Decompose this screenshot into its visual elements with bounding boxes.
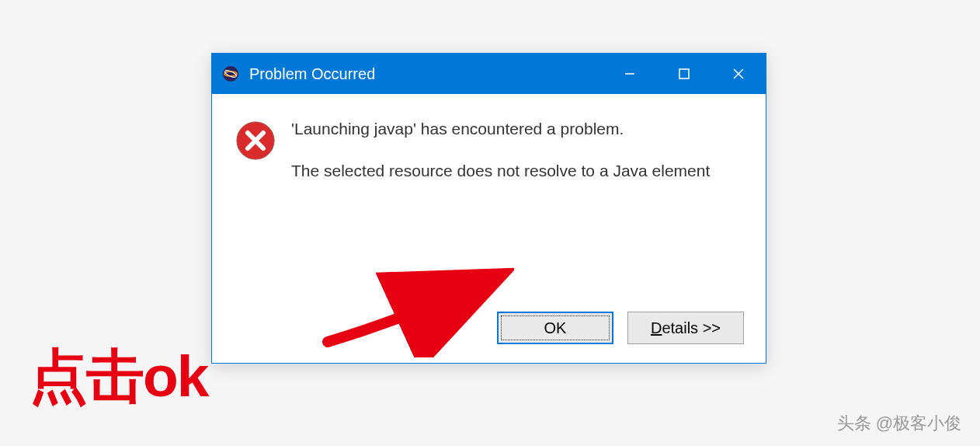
watermark: 头条 @极客小俊 [837, 412, 961, 435]
main-message: 'Launching javap' has encountered a prob… [291, 117, 742, 140]
problem-dialog: Problem Occurred 'Launching javap' has e… [211, 53, 766, 364]
dialog-body: 'Launching javap' has encountered a prob… [212, 94, 766, 199]
error-icon [235, 117, 276, 183]
maximize-button[interactable] [657, 54, 711, 94]
dialog-title: Problem Occurred [249, 65, 603, 83]
minimize-button[interactable] [603, 54, 657, 94]
details-button[interactable]: Details >> [627, 312, 744, 344]
eclipse-icon [221, 64, 240, 83]
detail-message: The selected resource does not resolve t… [291, 159, 742, 183]
svg-rect-4 [679, 69, 689, 78]
annotation-text: 点击ok [30, 338, 208, 416]
dialog-buttons: OK Details >> [497, 312, 744, 344]
window-controls [603, 54, 766, 94]
details-label: Details >> [651, 319, 721, 337]
ok-button[interactable]: OK [497, 312, 613, 344]
dialog-text: 'Launching javap' has encountered a prob… [291, 117, 742, 183]
close-button[interactable] [711, 54, 766, 94]
titlebar[interactable]: Problem Occurred [212, 54, 766, 94]
svg-point-0 [223, 66, 238, 82]
